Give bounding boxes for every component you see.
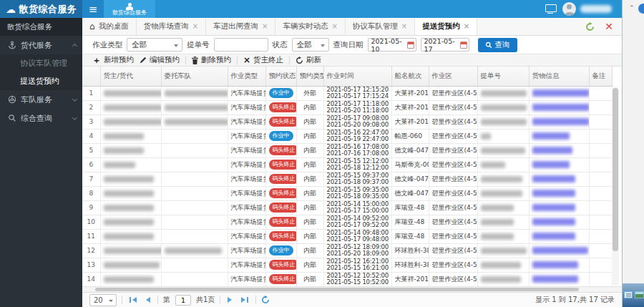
menu-toggle-icon[interactable]: ≡ (82, 0, 104, 18)
column-header-fleet[interactable]: 委托车队 (161, 67, 228, 86)
table-row-1[interactable]: 1汽车库场提货作业中外部2021-05-17 12:15:202021-05-1… (82, 86, 612, 100)
table-row-13[interactable]: 13汽车库场提货码头终止内部2021-05-12 16:21:002021-05… (82, 258, 612, 272)
owner-terminate-button[interactable]: × 货主终止 (243, 55, 283, 65)
tray-expand-icon[interactable]: ⌃ (629, 5, 635, 11)
table-row-11[interactable]: 11汽车库场提货码头终止内部2021-05-14 09:48:002021-05… (82, 229, 612, 243)
table-row-6[interactable]: 6汽车库场提货码头终止内部2021-05-15 12:12:002021-05-… (82, 157, 612, 172)
cell-cargo-info-link[interactable] (529, 157, 589, 172)
sidebar-item-freight-services[interactable]: 货代服务 (0, 36, 82, 54)
tab-close-icon[interactable]: × (192, 23, 198, 30)
app-tab-active[interactable]: 散货综合服务 (104, 0, 155, 18)
next-page-button[interactable] (225, 297, 234, 303)
lading-number-input[interactable] (214, 38, 268, 52)
close-tab-icon[interactable]: ✕ (605, 21, 613, 31)
date-to-input[interactable]: 2021-05-17 (421, 38, 469, 52)
calendar-icon[interactable] (460, 42, 467, 49)
tab-cargo-yard-query[interactable]: 货物库场查询 × (137, 18, 206, 35)
table-row-12[interactable]: 12汽车库场提货作业中内部2021-05-12 18:09:002021-05-… (82, 243, 612, 258)
column-header-time[interactable]: 作业时间 (323, 67, 391, 86)
calendar-icon[interactable] (407, 42, 414, 49)
cell-cargo-info-link[interactable] (529, 143, 589, 157)
cell-cargo-info-link[interactable] (529, 229, 589, 243)
table-row-4[interactable]: 4汽车库场提货作业中内部2021-05-16 22:47:002021-05-1… (82, 129, 612, 143)
tab-close-icon[interactable]: × (464, 23, 469, 30)
cell-cargo-info-link[interactable] (529, 114, 589, 129)
tab-fleet-agreement[interactable]: 协议车队管理 × (346, 18, 415, 35)
cell-cargo-info-link[interactable] (529, 258, 589, 272)
sidebar-item-fleet-agreement[interactable]: 协议车队管理 (0, 54, 82, 72)
column-header-lading[interactable]: 提单号 (477, 67, 529, 86)
tab-close-icon[interactable]: × (331, 23, 337, 30)
tab-delivery-booking[interactable]: 提送货预约 × (415, 18, 477, 35)
table-row-2[interactable]: 2汽车库场提货码头终止内部2021-05-17 11:18:002021-05-… (82, 100, 612, 114)
horizontal-scrollbar[interactable] (82, 286, 622, 292)
tab-close-icon[interactable]: × (401, 23, 407, 30)
cell-cargo-info-link[interactable] (529, 100, 589, 114)
sidebar-item-delivery-booking[interactable]: 提送货预约 (0, 72, 82, 90)
pager-refresh-icon[interactable] (261, 296, 270, 304)
table-row-3[interactable]: 3汽车库场提货码头终止内部2021-05-17 09:08:002021-05-… (82, 114, 612, 129)
table-row-5[interactable]: 5汽车库场提货码头终止内部2021-05-16 17:08:002021-07-… (82, 143, 612, 157)
prev-page-button[interactable] (144, 297, 152, 303)
table-row-9[interactable]: 9汽车库场提货码头终止内部2021-05-14 15:00:002021-05-… (82, 200, 612, 215)
table-row-10[interactable]: 10汽车库场提货码头终止内部2021-05-14 09:52:002021-05… (82, 215, 612, 229)
add-booking-button[interactable]: ＋ 新增预约 (92, 55, 134, 65)
tab-my-desktop[interactable]: ⌂ 我的桌面 (82, 18, 137, 35)
page-size-select[interactable]: 20 (89, 294, 117, 306)
cell-job-time: 2021-05-14 15:00:002021-05-17 15:00:00 (323, 200, 391, 215)
cell-row-number: 8 (82, 186, 100, 200)
owner-redacted-block (104, 90, 162, 97)
refresh-button[interactable]: 刷新 (296, 55, 321, 65)
monitor-icon[interactable] (545, 4, 555, 14)
table-row-14[interactable]: 14汽车库场提货码头终止内部2021-05-12 10:52:002021-05… (82, 272, 612, 286)
refresh-tab-icon[interactable] (585, 22, 595, 31)
tray-app-icon[interactable] (638, 4, 644, 14)
tab-close-icon[interactable]: × (262, 23, 268, 30)
column-header-restype[interactable]: 预约类型 (296, 67, 323, 86)
status-select[interactable]: 全部 (292, 38, 329, 52)
cell-status: 码头终止 (265, 272, 296, 286)
search-button[interactable]: 查询 (478, 38, 517, 52)
column-header-owner[interactable]: 货主/货代 (100, 67, 161, 86)
cell-cargo-info-link[interactable] (529, 129, 589, 143)
table-row-7[interactable]: 7汽车库场提货码头终止内部2021-05-15 09:37:002021-05-… (82, 172, 612, 186)
cell-cargo-info-link[interactable] (529, 186, 589, 200)
cell-cargo-info-link[interactable] (529, 200, 589, 215)
avatar[interactable] (562, 2, 576, 16)
page-number-input[interactable] (175, 295, 191, 306)
column-header-cargo[interactable]: 货物信息 (529, 67, 589, 86)
cell-owner-redacted (100, 172, 161, 186)
status-label: 状态 (273, 40, 288, 50)
cell-cargo-info-link[interactable] (529, 215, 589, 229)
edit-booking-button[interactable]: 编辑预约 (140, 55, 180, 65)
vertical-scrollbar[interactable] (612, 87, 619, 286)
cloud-icon: ☁ (6, 4, 16, 14)
column-header-num[interactable] (82, 67, 100, 86)
table-row-8[interactable]: 8汽车库场提货码头终止内部2021-05-15 09:35:002021-05-… (82, 186, 612, 200)
column-header-ship[interactable]: 船名航次 (391, 67, 429, 86)
cell-cargo-info-link[interactable] (529, 86, 589, 100)
date-from-input[interactable]: 2021-05-10 (368, 38, 416, 52)
vertical-scrollbar-thumb[interactable] (613, 88, 618, 251)
sidebar-item-综合-query[interactable]: 综合查询 (0, 109, 82, 127)
cell-owner-redacted (100, 143, 161, 157)
column-header-remark[interactable]: 备注 (589, 67, 612, 86)
cell-vessel-voyage: 马斯蒂克-009 (391, 157, 429, 172)
tab-vehicle-gate-query[interactable]: 车进出闸查询 × (206, 18, 275, 35)
delete-booking-button[interactable]: 删除预约 (192, 55, 231, 65)
column-header-area[interactable]: 作业区 (429, 67, 477, 86)
sidebar-item-fleet-services[interactable]: 车队服务 (0, 90, 82, 109)
last-page-button[interactable] (239, 297, 250, 303)
job-type-select[interactable]: 全部 (127, 38, 182, 52)
topbar: ☁ 散货综合服务 ≡ 散货综合服务 (0, 0, 622, 18)
taskbar-thumbnail-active[interactable] (624, 291, 633, 298)
tab-vehicle-realtime-status[interactable]: 车辆实时动态 × (275, 18, 345, 35)
first-page-button[interactable] (127, 297, 139, 303)
cell-cargo-info-link[interactable] (529, 272, 589, 286)
column-header-jobtype[interactable]: 作业类型 (228, 67, 265, 86)
column-header-status[interactable]: 预约状态 (265, 67, 296, 86)
cell-cargo-info-link[interactable] (529, 172, 589, 186)
taskbar-thumbnail-image[interactable] (635, 291, 644, 298)
horizontal-scrollbar-thumb[interactable] (95, 288, 579, 291)
cell-cargo-info-link[interactable] (529, 243, 589, 258)
